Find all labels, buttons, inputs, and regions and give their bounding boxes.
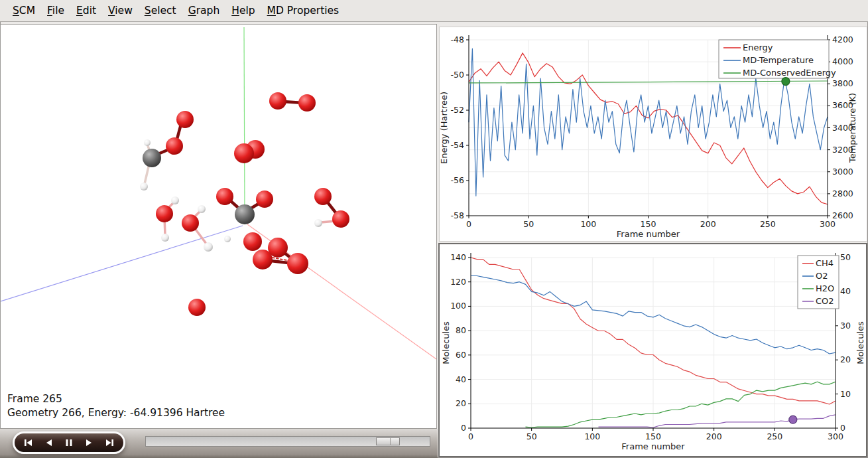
series-CO2 [599, 415, 836, 427]
atom-O[interactable] [243, 232, 262, 251]
svg-text:-56: -56 [451, 175, 464, 185]
svg-text:CO2: CO2 [816, 296, 834, 306]
svg-text:0: 0 [468, 431, 473, 441]
svg-text:250: 250 [760, 219, 776, 229]
atom-H[interactable] [144, 139, 151, 146]
menubar: SCMFileEditViewSelectGraphHelpMD Propert… [0, 0, 868, 22]
menu-item-edit[interactable]: Edit [70, 5, 102, 17]
atom-H[interactable] [140, 183, 148, 191]
ams-movie-window: SCMFileEditViewSelectGraphHelpMD Propert… [0, 0, 868, 458]
svg-text:MD-Temperature: MD-Temperature [743, 55, 814, 65]
svg-text:200: 200 [706, 431, 722, 441]
svg-text:4200: 4200 [832, 35, 853, 44]
svg-text:-58: -58 [451, 210, 464, 220]
svg-text:Molecules: Molecules [855, 321, 865, 364]
menu-item-view[interactable]: View [102, 5, 139, 17]
svg-text:200: 200 [700, 219, 716, 229]
menu-item-help[interactable]: Help [225, 5, 261, 17]
play-button[interactable] [80, 436, 97, 449]
atom-O[interactable] [332, 210, 349, 228]
frame-slider-handle[interactable] [376, 437, 400, 445]
atom-O[interactable] [287, 253, 308, 274]
atom-H[interactable] [161, 234, 169, 242]
skip-to-end-icon [104, 437, 115, 448]
step-backward-button[interactable] [40, 436, 58, 449]
atom-O[interactable] [182, 214, 199, 232]
menu-item-md-properties[interactable]: MD Properties [261, 5, 345, 17]
current-frame-marker[interactable] [782, 78, 790, 86]
svg-text:30: 30 [840, 321, 851, 331]
svg-text:CH4: CH4 [816, 258, 834, 268]
player-controls [13, 431, 125, 454]
atom-O[interactable] [216, 188, 233, 205]
svg-text:100: 100 [580, 219, 596, 229]
atom-O[interactable] [269, 92, 286, 110]
play-icon [84, 437, 94, 448]
step-backward-icon [44, 437, 54, 448]
svg-text:10: 10 [840, 389, 851, 399]
svg-text:-48: -48 [451, 35, 464, 44]
menu-item-scm[interactable]: SCM [7, 5, 41, 17]
energy-temperature-chart[interactable]: -48-50-52-54-56-582600280030003200340036… [440, 27, 867, 241]
molecule-viewer[interactable] [1, 25, 436, 428]
atom-C[interactable] [143, 149, 161, 167]
atom-C[interactable] [235, 204, 255, 224]
skip-to-start-button[interactable] [20, 436, 37, 449]
svg-text:300: 300 [828, 431, 843, 441]
atom-H[interactable] [224, 236, 231, 242]
menu-item-select[interactable]: Select [139, 5, 182, 17]
svg-text:40: 40 [456, 374, 466, 384]
energy-temperature-chart-panel: -48-50-52-54-56-582600280030003200340036… [439, 27, 867, 242]
pause-button[interactable] [60, 436, 78, 449]
svg-text:40: 40 [840, 286, 851, 296]
svg-text:4000: 4000 [832, 56, 853, 66]
svg-text:Temperature (K): Temperature (K) [847, 93, 857, 163]
svg-text:150: 150 [641, 219, 656, 229]
atom-O[interactable] [253, 250, 273, 269]
skip-to-end-button[interactable] [101, 436, 118, 449]
molecule-count-chart[interactable]: 0204060801001201400102030405005010015020… [440, 244, 866, 456]
svg-text:-50: -50 [451, 70, 464, 80]
svg-text:50: 50 [523, 219, 534, 229]
svg-text:Energy (Hartree): Energy (Hartree) [440, 92, 449, 164]
svg-text:Frame number: Frame number [621, 441, 685, 451]
svg-text:3000: 3000 [832, 167, 853, 177]
frame-slider[interactable] [145, 436, 430, 447]
atom-O[interactable] [256, 191, 273, 208]
atom-H[interactable] [314, 219, 322, 227]
svg-text:100: 100 [584, 431, 600, 441]
menu-item-file[interactable]: File [41, 5, 70, 17]
frame-label: Frame 265 [7, 392, 62, 406]
svg-text:300: 300 [820, 219, 836, 229]
atom-O[interactable] [176, 111, 194, 128]
pause-icon [64, 437, 74, 448]
atom-H[interactable] [171, 196, 179, 204]
svg-text:150: 150 [645, 431, 661, 441]
menu-item-graph[interactable]: Graph [182, 5, 226, 17]
atom-O[interactable] [156, 205, 173, 222]
svg-text:MD-ConservedEnergy: MD-ConservedEnergy [743, 68, 836, 78]
svg-text:60: 60 [456, 350, 466, 360]
svg-text:100: 100 [450, 301, 466, 311]
atom-O[interactable] [314, 188, 332, 205]
current-frame-marker[interactable] [789, 416, 797, 423]
svg-text:20: 20 [840, 354, 851, 364]
molecule-count-chart-panel: 0204060801001201400102030405005010015020… [438, 243, 867, 457]
atom-O[interactable] [234, 143, 254, 163]
atom-O[interactable] [188, 299, 206, 316]
atom-O[interactable] [298, 94, 316, 112]
svg-text:H2O: H2O [816, 283, 834, 293]
svg-text:-54: -54 [451, 140, 464, 150]
player-bar [0, 429, 438, 458]
svg-text:120: 120 [450, 277, 466, 287]
svg-text:0: 0 [466, 219, 471, 229]
atom-H[interactable] [204, 242, 213, 252]
atom-H[interactable] [198, 205, 206, 213]
geometry-energy-label: Geometry 266, Energy: -64.91396 Hartree [7, 406, 225, 420]
svg-text:3800: 3800 [832, 78, 853, 88]
svg-text:2800: 2800 [832, 189, 853, 198]
svg-text:50: 50 [527, 431, 537, 441]
atom-O[interactable] [166, 137, 183, 155]
svg-text:Molecules: Molecules [441, 321, 451, 364]
svg-text:250: 250 [767, 431, 782, 441]
